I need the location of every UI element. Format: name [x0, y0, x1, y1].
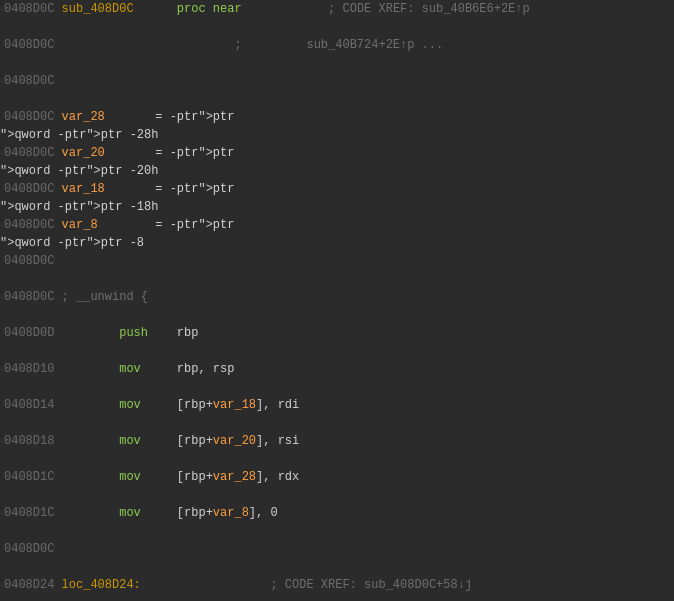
- disassembly-view: 0408D0C sub_408D0C proc near ; CODE XREF…: [0, 0, 674, 601]
- code-line: 0408D0C ; sub_40B724+2E↑p ...: [0, 36, 674, 54]
- code-line: 0408D10 mov rbp, rsp: [0, 360, 674, 378]
- code-line: 0408D0C: [0, 252, 674, 270]
- code-line: 0408D0C sub_408D0C proc near ; CODE XREF…: [0, 0, 674, 18]
- code-line: 0408D0C var_20 = -ptr">ptr: [0, 144, 674, 162]
- code-line: 0408D14 mov [rbp+var_18], rdi: [0, 396, 674, 414]
- code-line: 0408D0C var_28 = -ptr">ptr: [0, 108, 674, 126]
- code-line: 0408D0C: [0, 72, 674, 90]
- code-line: 0408D0C var_8 = -ptr">ptr: [0, 216, 674, 234]
- code-line: 0408D0C ; __unwind {: [0, 288, 674, 306]
- code-line: 0408D24 loc_408D24: ; CODE XREF: sub_408…: [0, 576, 674, 594]
- code-line: 0408D0C: [0, 540, 674, 558]
- code-line: 0408D0D push rbp: [0, 324, 674, 342]
- code-line: 0408D18 mov [rbp+var_20], rsi: [0, 432, 674, 450]
- code-line: 0408D1C mov [rbp+var_28], rdx: [0, 468, 674, 486]
- code-line: 0408D1C mov [rbp+var_8], 0: [0, 504, 674, 522]
- code-line: 0408D0C var_18 = -ptr">ptr: [0, 180, 674, 198]
